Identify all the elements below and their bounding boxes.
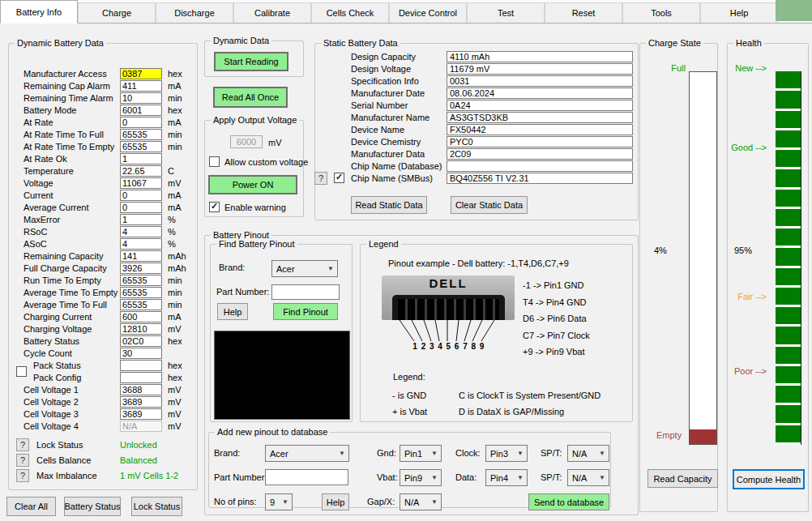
tab-discharge[interactable]: Discharge: [156, 2, 233, 23]
add-brand-select[interactable]: Acer ▼: [265, 445, 349, 462]
field-maxerror[interactable]: [120, 214, 162, 225]
tab-charge[interactable]: Charge: [78, 2, 156, 23]
field-remaining-cap-alarm[interactable]: [120, 80, 162, 92]
start-reading-button[interactable]: Start Reading: [214, 52, 288, 71]
pins-count-select[interactable]: 9 ▼: [265, 493, 293, 510]
field-average-time-to-empty[interactable]: [120, 287, 162, 298]
add-part-number-input[interactable]: [265, 469, 348, 485]
pin-number: 3: [428, 342, 436, 351]
data-select[interactable]: Pin4 ▼: [485, 469, 528, 486]
add-help-button[interactable]: Help: [322, 493, 349, 510]
status-rows: ? Lock Status Unlocked ? Cells Balance B…: [9, 438, 197, 485]
table-row: Pack Config hex: [9, 372, 197, 384]
field-full-charge-capacity[interactable]: [120, 263, 162, 274]
field-manufacturer-date[interactable]: [447, 88, 633, 99]
gapx-select[interactable]: N/A ▼: [400, 493, 442, 510]
field-at-rate-ok[interactable]: [120, 153, 162, 164]
tab-calibrate[interactable]: Calibrate: [233, 2, 311, 23]
custom-voltage-input[interactable]: [230, 135, 263, 148]
tab-help[interactable]: Help: [700, 2, 778, 23]
enable-warning-checkbox[interactable]: [209, 202, 220, 212]
table-row: Charging Current mA: [9, 311, 197, 323]
allow-custom-voltage-checkbox[interactable]: [209, 156, 220, 167]
field-design-capacity[interactable]: [447, 51, 633, 62]
help-question-button[interactable]: ?: [314, 172, 327, 185]
row-label: At Rate Time To Empty: [24, 142, 114, 152]
field-cycle-count[interactable]: [120, 348, 162, 359]
field-cell-voltage-4[interactable]: [120, 421, 162, 432]
part-number-label: Part Number:: [214, 472, 267, 482]
status-indicator-green: [776, 0, 812, 21]
field-asoc[interactable]: [120, 238, 162, 250]
field-battery-mode[interactable]: [120, 105, 162, 116]
field-specification-info[interactable]: [447, 75, 633, 87]
field-device-chemistry[interactable]: [447, 136, 633, 147]
row-label: Average Current: [24, 203, 89, 212]
battery-connector-photo: DELL: [382, 275, 515, 320]
tab-test[interactable]: Test: [467, 2, 545, 23]
field-device-name[interactable]: [447, 124, 633, 135]
field-run-time-to-empty[interactable]: [120, 275, 162, 286]
help-button[interactable]: Help: [217, 303, 248, 320]
tab-device-control[interactable]: Device Control: [389, 2, 467, 23]
clear-static-data-button[interactable]: Clear Static Data: [451, 196, 528, 214]
field-average-time-to-full[interactable]: [120, 299, 162, 310]
field-charging-voltage[interactable]: [120, 323, 162, 335]
smbus-checkbox[interactable]: [334, 173, 344, 183]
field-at-rate-time-to-full[interactable]: [120, 129, 162, 140]
tab-reset[interactable]: Reset: [545, 2, 622, 23]
spt2-select[interactable]: N/A ▼: [567, 469, 609, 486]
read-capacity-button[interactable]: Read Capacity: [647, 469, 718, 488]
field-manufacturer-name[interactable]: [447, 112, 633, 123]
field-voltage[interactable]: [120, 177, 162, 189]
power-on-button[interactable]: Power ON: [208, 175, 297, 194]
lock-status-button[interactable]: Lock Status: [131, 497, 182, 516]
field-at-rate[interactable]: [120, 117, 162, 128]
table-row: Specification Info: [315, 75, 638, 88]
read-static-data-button[interactable]: Read Static Data: [351, 196, 427, 214]
field-average-current[interactable]: [120, 202, 162, 213]
clear-all-button[interactable]: Clear All: [6, 497, 56, 516]
field-chip-name-database[interactable]: [447, 160, 633, 172]
tab-battery-info[interactable]: Battery Info: [0, 0, 78, 23]
field-remaining-capacity[interactable]: [120, 250, 162, 262]
tab-cells-check[interactable]: Cells Check: [311, 2, 389, 23]
field-manufacturer-data[interactable]: [447, 148, 633, 160]
send-to-database-button[interactable]: Send to database: [528, 493, 609, 510]
field-charging-current[interactable]: [120, 311, 162, 322]
find-pinout-button[interactable]: Find Pinout: [273, 303, 338, 320]
field-temperature[interactable]: [120, 165, 162, 177]
help-question-button[interactable]: ?: [16, 454, 29, 467]
row-label: Design Voltage: [351, 64, 411, 74]
row-label: Charging Current: [24, 312, 92, 322]
part-number-input[interactable]: [271, 284, 340, 300]
field-cell-voltage-1[interactable]: [120, 384, 162, 395]
chevron-down-icon: ▼: [431, 498, 438, 505]
field-current[interactable]: [120, 190, 162, 201]
compute-health-button[interactable]: Compute Health: [733, 469, 805, 489]
read-all-once-button[interactable]: Read All Once: [213, 87, 288, 108]
spt1-select[interactable]: N/A ▼: [567, 445, 609, 462]
legend-keys-row1: - is GNDC is ClockT is System Present/GN…: [392, 391, 600, 400]
field-serial-number[interactable]: [447, 100, 633, 111]
field-manufacturer-access[interactable]: [120, 68, 162, 79]
help-question-button[interactable]: ?: [16, 469, 29, 482]
field-pack-config[interactable]: [120, 372, 162, 383]
gnd-select[interactable]: Pin1 ▼: [400, 445, 442, 462]
field-design-voltage[interactable]: [447, 63, 633, 75]
pin-number: 2: [419, 342, 427, 351]
field-cell-voltage-3[interactable]: [120, 408, 162, 420]
tab-tools[interactable]: Tools: [622, 2, 700, 23]
vbat-select[interactable]: Pin9 ▼: [400, 469, 442, 486]
field-remaining-time-alarm[interactable]: [120, 92, 162, 104]
field-rsoc[interactable]: [120, 226, 162, 237]
field-cell-voltage-2[interactable]: [120, 396, 162, 408]
field-battery-status[interactable]: [120, 335, 162, 347]
field-at-rate-time-to-empty[interactable]: [120, 141, 162, 152]
battery-status-button[interactable]: Battery Status: [64, 497, 121, 516]
clock-select[interactable]: Pin3 ▼: [485, 445, 528, 462]
field-chip-name-smbus[interactable]: [447, 173, 633, 184]
brand-select[interactable]: Acer ▼: [271, 260, 338, 277]
field-pack-status[interactable]: [120, 360, 162, 371]
help-question-button[interactable]: ?: [16, 438, 29, 451]
